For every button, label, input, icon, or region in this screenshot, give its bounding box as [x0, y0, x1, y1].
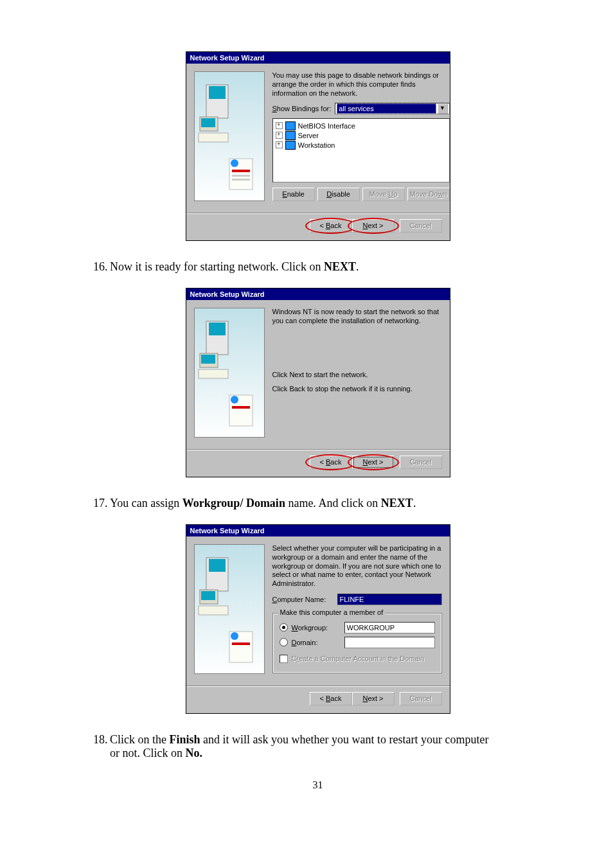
svg-point-24 [231, 632, 238, 640]
svg-rect-17 [232, 406, 250, 409]
tree-item[interactable]: + Server [276, 130, 447, 140]
svg-rect-7 [232, 170, 250, 172]
svg-point-16 [231, 396, 238, 403]
svg-rect-3 [201, 118, 215, 127]
cancel-button: Cancel [400, 219, 442, 233]
svg-rect-19 [209, 559, 226, 572]
dialog-title: Network Setup Wizard [186, 288, 450, 300]
show-bindings-label: Show Bindings for: [272, 105, 332, 112]
wizard-bindings-dialog: Network Setup Wizard You may use this [186, 51, 450, 241]
back-button[interactable]: < Back [310, 692, 352, 705]
move-up-button: Move Up [362, 188, 405, 201]
expand-icon[interactable]: + [276, 122, 283, 129]
dialog-title: Network Setup Wizard [186, 525, 450, 536]
tree-item-label: NetBIOS Interface [298, 122, 355, 130]
svg-rect-4 [199, 133, 228, 142]
start-network-intro-text: Windows NT is now ready to start the net… [272, 308, 442, 366]
step-17-text: 17.You can assign Workgroup/ Domain name… [93, 497, 542, 510]
next-button[interactable]: Next > [352, 692, 395, 705]
bindings-intro-text: You may use this page to disable network… [272, 71, 450, 98]
expand-icon[interactable]: + [276, 141, 283, 148]
svg-rect-11 [209, 323, 226, 335]
workgroup-input[interactable]: WORKGROUP [344, 622, 435, 633]
workgroup-intro-text: Select whether your computer will be par… [272, 544, 442, 589]
step-18-text: 18.Click on the Finish and it will ask y… [93, 733, 542, 760]
workgroup-label: Workgroup: [292, 624, 341, 632]
wizard-illustration [194, 544, 265, 674]
tree-item[interactable]: + Workstation [276, 140, 447, 150]
expand-icon[interactable]: + [276, 132, 283, 139]
network-node-icon [285, 141, 296, 150]
bindings-tree[interactable]: + NetBIOS Interface + Server + Workstati… [272, 118, 450, 182]
disable-button[interactable]: Disable [317, 188, 360, 201]
domain-label: Domain: [292, 639, 341, 646]
tree-item-label: Workstation [298, 141, 335, 149]
back-button[interactable]: < Back [310, 456, 352, 469]
tree-item-label: Server [298, 132, 319, 139]
wizard-start-network-dialog: Network Setup Wizard Windows NT is now r… [186, 288, 450, 477]
svg-rect-9 [232, 179, 250, 181]
svg-rect-1 [209, 86, 226, 99]
show-bindings-combo[interactable]: all services ▼ [335, 103, 449, 114]
svg-rect-25 [232, 642, 250, 645]
svg-rect-8 [232, 175, 250, 177]
computer-name-input[interactable]: FLINFE [337, 594, 442, 605]
computer-name-label: Computer Name: [272, 596, 333, 603]
svg-rect-13 [201, 355, 215, 364]
svg-rect-22 [199, 606, 228, 615]
dialog-title: Network Setup Wizard [186, 52, 450, 64]
wizard-workgroup-dialog: Network Setup Wizard Select whether your… [186, 524, 450, 714]
network-node-icon [285, 131, 296, 140]
cancel-button: Cancel [400, 456, 442, 469]
domain-radio[interactable] [280, 638, 288, 646]
move-down-button: Move Down [407, 188, 450, 201]
tree-item[interactable]: + NetBIOS Interface [276, 121, 447, 130]
next-button[interactable]: Next > [352, 219, 395, 233]
click-next-text: Click Next to start the network. [272, 371, 442, 380]
svg-point-6 [231, 159, 238, 167]
create-account-checkbox [280, 655, 288, 663]
chevron-down-icon[interactable]: ▼ [438, 103, 448, 114]
svg-rect-14 [199, 369, 228, 378]
enable-button[interactable]: Enable [272, 188, 315, 201]
back-button[interactable]: < Back [310, 219, 352, 233]
svg-rect-21 [201, 591, 215, 600]
create-account-label: Create a Computer Account in the Domain [292, 655, 425, 662]
click-back-text: Click Back to stop the network if it is … [272, 385, 442, 394]
group-legend: Make this computer a member of [278, 608, 386, 616]
next-button[interactable]: Next > [352, 456, 395, 469]
member-of-group: Make this computer a member of Workgroup… [272, 613, 442, 673]
wizard-illustration [194, 308, 265, 438]
cancel-button: Cancel [400, 692, 442, 705]
page-number: 31 [93, 779, 542, 791]
workgroup-radio[interactable] [280, 623, 288, 632]
domain-input[interactable] [344, 637, 435, 648]
step-16-text: 16.Now it is ready for starting network.… [93, 260, 542, 274]
show-bindings-value: all services [337, 103, 436, 114]
network-node-icon [285, 121, 296, 130]
wizard-illustration [194, 71, 265, 201]
